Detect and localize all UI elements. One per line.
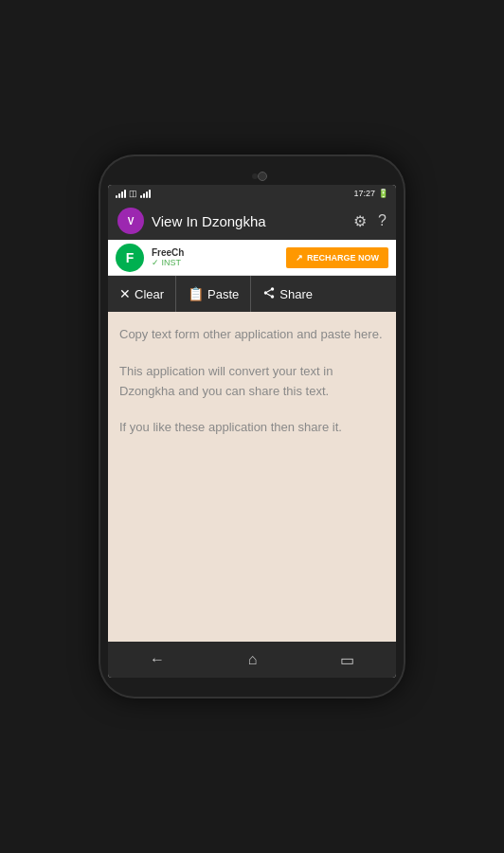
ad-banner: F FreeCh ✓ INST ↗ RECHARGE NOW <box>108 240 396 276</box>
close-icon: ✕ <box>119 286 131 301</box>
ad-text: FreeCh ✓ INST <box>152 247 279 267</box>
camera <box>258 172 267 181</box>
paste-icon: 📋 <box>188 286 204 301</box>
phone-frame: ◫ 17:27 🔋 V View In Dzongkha ⚙ ? <box>100 156 404 697</box>
ad-name: FreeCh <box>152 247 279 258</box>
phone-screen: ◫ 17:27 🔋 V View In Dzongkha ⚙ ? <box>108 185 396 678</box>
recents-button[interactable]: ▭ <box>321 647 373 673</box>
svg-point-0 <box>271 287 275 291</box>
share-icon <box>262 286 276 302</box>
ad-install: ✓ INST <box>152 258 279 267</box>
app-bar-actions: ⚙ ? <box>353 212 387 230</box>
home-button[interactable]: ⌂ <box>229 647 277 672</box>
recharge-label: RECHARGE NOW <box>307 253 379 263</box>
app-icon: V <box>117 208 144 234</box>
paste-button[interactable]: 📋 Paste <box>176 276 251 312</box>
content-text: Copy text form other application and pas… <box>119 325 385 438</box>
battery-icon: 🔋 <box>378 189 388 198</box>
svg-line-3 <box>267 293 271 295</box>
phone-bottom <box>108 678 396 687</box>
svg-point-2 <box>271 295 275 299</box>
svg-line-4 <box>267 289 271 291</box>
paragraph-3: If you like these application then share… <box>119 418 385 438</box>
help-icon[interactable]: ? <box>378 212 387 229</box>
content-area: Copy text form other application and pas… <box>108 312 396 642</box>
recharge-button[interactable]: ↗ RECHARGE NOW <box>286 247 388 268</box>
signal-icon <box>116 190 126 198</box>
phone-top <box>108 166 396 185</box>
close-clear-button[interactable]: ✕ Clear <box>108 276 176 312</box>
paste-label: Paste <box>207 287 239 301</box>
nav-bar: ← ⌂ ▭ <box>108 642 396 678</box>
status-bar: ◫ 17:27 🔋 <box>108 185 396 202</box>
status-left: ◫ <box>116 189 151 198</box>
ad-logo: F <box>116 244 144 272</box>
app-title: View In Dzongkha <box>152 213 346 229</box>
paragraph-1: Copy text form other application and pas… <box>119 325 385 345</box>
paragraph-2: This application will convert your text … <box>119 362 385 402</box>
settings-icon[interactable]: ⚙ <box>353 212 367 230</box>
svg-point-1 <box>264 291 268 295</box>
clear-label: Clear <box>135 287 164 301</box>
share-label: Share <box>279 287 313 301</box>
share-button[interactable]: Share <box>251 276 324 312</box>
recharge-icon: ↗ <box>296 253 303 263</box>
back-button[interactable]: ← <box>131 647 184 672</box>
network-icon <box>140 190 151 198</box>
sim-icon: ◫ <box>129 189 137 198</box>
time-display: 17:27 <box>353 189 375 198</box>
status-right: 17:27 🔋 <box>353 189 388 198</box>
app-bar: V View In Dzongkha ⚙ ? <box>108 202 396 240</box>
toolbar: ✕ Clear 📋 Paste Share <box>108 276 396 312</box>
